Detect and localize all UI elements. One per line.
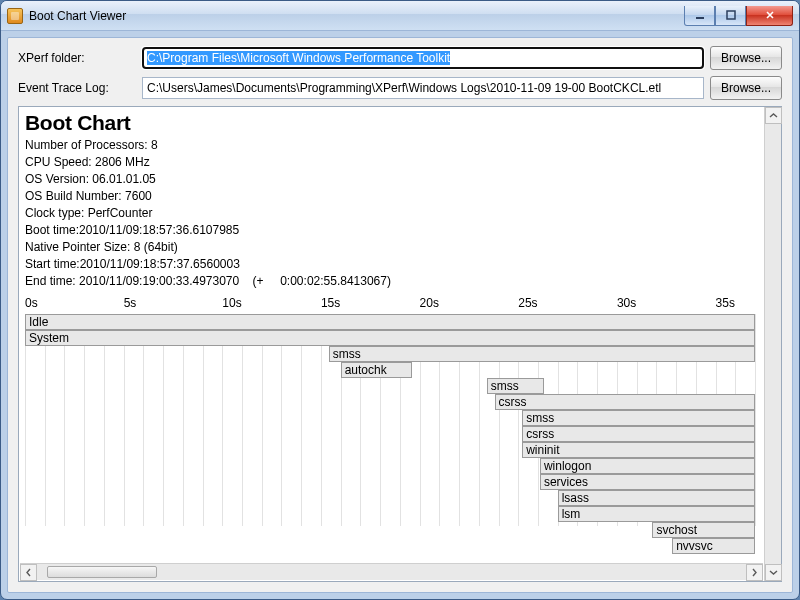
horizontal-scroll-thumb[interactable] — [47, 566, 157, 578]
timeline-ticks: 0s5s10s15s20s25s30s35s — [25, 296, 758, 314]
scroll-up-button[interactable] — [765, 107, 782, 124]
close-icon — [764, 9, 776, 21]
app-window: Boot Chart Viewer XPerf folder: Browse..… — [0, 0, 800, 600]
process-bar-system[interactable]: System — [25, 330, 755, 346]
horizontal-scroll-track[interactable] — [37, 564, 746, 580]
meta-end: End time: 2010/11/09:19:00:33.4973070 (+… — [25, 273, 758, 290]
meta-osver: OS Version: 06.01.01.05 — [25, 171, 758, 188]
chart-scroll-area[interactable]: Boot Chart Number of Processors: 8 CPU S… — [19, 107, 764, 581]
gridline — [755, 314, 756, 526]
maximize-icon — [725, 9, 737, 21]
process-bar-winlogon[interactable]: winlogon — [540, 458, 755, 474]
chart-panel: Boot Chart Number of Processors: 8 CPU S… — [18, 106, 782, 582]
meta-start: Start time:2010/11/09:18:57:37.6560003 — [25, 256, 758, 273]
scroll-down-button[interactable] — [765, 564, 782, 581]
close-button[interactable] — [746, 6, 793, 26]
xperf-folder-input[interactable] — [142, 47, 704, 69]
horizontal-scrollbar[interactable] — [20, 563, 763, 580]
etl-browse-button[interactable]: Browse... — [710, 76, 782, 100]
xperf-folder-label: XPerf folder: — [18, 51, 136, 65]
minimize-button[interactable] — [684, 6, 715, 26]
window-buttons — [684, 6, 793, 26]
process-bar-smss[interactable]: smss — [522, 410, 755, 426]
xperf-folder-row: XPerf folder: Browse... — [18, 46, 782, 70]
titlebar[interactable]: Boot Chart Viewer — [1, 1, 799, 31]
process-bar-nvvsvc[interactable]: nvvsvc — [672, 538, 755, 554]
xperf-browse-button[interactable]: Browse... — [710, 46, 782, 70]
tick-label: 35s — [716, 296, 735, 310]
meta-procs: Number of Processors: 8 — [25, 137, 758, 154]
process-bar-lsm[interactable]: lsm — [558, 506, 755, 522]
chart-title: Boot Chart — [25, 111, 758, 135]
process-bar-smss[interactable]: smss — [487, 378, 544, 394]
vertical-scrollbar[interactable] — [764, 107, 781, 581]
process-bar-csrss[interactable]: csrss — [522, 426, 755, 442]
meta-cpu: CPU Speed: 2806 MHz — [25, 154, 758, 171]
tick-label: 15s — [321, 296, 340, 310]
process-bar-services[interactable]: services — [540, 474, 755, 490]
chevron-down-icon — [769, 568, 778, 577]
etl-label: Event Trace Log: — [18, 81, 136, 95]
process-bar-smss[interactable]: smss — [329, 346, 755, 362]
meta-ptr: Native Pointer Size: 8 (64bit) — [25, 239, 758, 256]
meta-clock: Clock type: PerfCounter — [25, 205, 758, 222]
scroll-right-button[interactable] — [746, 564, 763, 581]
svg-rect-1 — [727, 11, 735, 19]
chevron-left-icon — [24, 568, 33, 577]
process-bar-lsass[interactable]: lsass — [558, 490, 755, 506]
meta-osbuild: OS Build Number: 7600 — [25, 188, 758, 205]
chevron-up-icon — [769, 111, 778, 120]
vertical-scroll-track[interactable] — [765, 124, 781, 564]
process-bar-svchost[interactable]: svchost — [652, 522, 755, 538]
window-title: Boot Chart Viewer — [29, 9, 126, 23]
tick-label: 30s — [617, 296, 636, 310]
tick-label: 5s — [124, 296, 137, 310]
etl-row: Event Trace Log: Browse... — [18, 76, 782, 100]
tick-label: 25s — [518, 296, 537, 310]
tick-label: 20s — [420, 296, 439, 310]
etl-input[interactable] — [142, 77, 704, 99]
process-bar-csrss[interactable]: csrss — [495, 394, 755, 410]
process-bar-autochk[interactable]: autochk — [341, 362, 412, 378]
process-bar-idle[interactable]: Idle — [25, 314, 755, 330]
client-area: XPerf folder: Browse... Event Trace Log:… — [7, 37, 793, 593]
svg-rect-0 — [696, 17, 704, 19]
minimize-icon — [694, 9, 706, 21]
tick-label: 0s — [25, 296, 38, 310]
timeline: 0s5s10s15s20s25s30s35s IdleSystemsmssaut… — [25, 296, 758, 526]
chevron-right-icon — [750, 568, 759, 577]
process-bar-wininit[interactable]: wininit — [522, 442, 755, 458]
tick-label: 10s — [222, 296, 241, 310]
app-icon — [7, 8, 23, 24]
meta-boot: Boot time:2010/11/09:18:57:36.6107985 — [25, 222, 758, 239]
scroll-left-button[interactable] — [20, 564, 37, 581]
maximize-button[interactable] — [715, 6, 746, 26]
